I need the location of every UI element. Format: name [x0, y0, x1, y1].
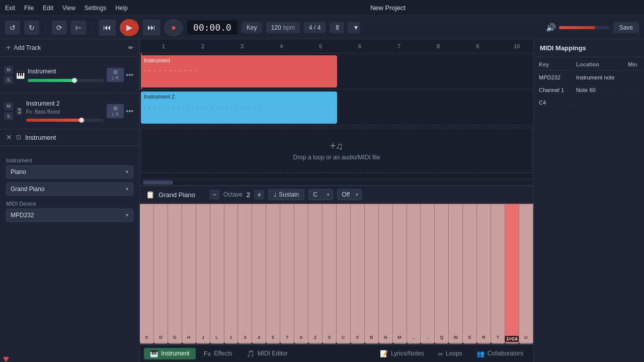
clip-2-content: . . . . . . . . . . . . . . . . . . . . … — [144, 104, 334, 109]
rewind-button[interactable]: ⏮ — [99, 20, 116, 36]
ruler-3: 3 — [222, 43, 262, 49]
white-key-e3[interactable]: G — [168, 204, 182, 344]
octave-plus-btn[interactable]: + — [254, 190, 264, 200]
bottom-tabs: 🎹 Instrument Fx Effects 🎵 MIDI Editor 📝 … — [140, 344, 533, 362]
track2-lr-badge: ⊙ L R — [107, 104, 124, 118]
white-key-f5[interactable]: N — [379, 204, 393, 344]
instrument-preset-wrapper: Grand Piano Upright Piano Electric Piano — [6, 183, 133, 196]
white-key-g4[interactable]: 8 — [294, 204, 308, 344]
white-key-b5[interactable]: . — [421, 204, 435, 344]
instrument-type-select[interactable]: Piano Guitar Bass Strings Synth — [6, 165, 133, 178]
track1-more-btn[interactable]: ••• — [124, 70, 135, 80]
octave-minus-btn[interactable]: − — [209, 190, 219, 200]
white-key-d6[interactable]: W — [449, 204, 463, 344]
piano-header: 📋 Grand Piano − Octave 2 + ♩ Sustain CC#… — [140, 186, 533, 204]
play-button[interactable]: ▶ — [120, 19, 139, 36]
lane-1: Instrument - - - - - - - - - - - — [140, 53, 533, 89]
white-key-f6[interactable]: R — [477, 204, 491, 344]
h-scroll[interactable] — [140, 179, 533, 185]
toolbar-dropdown-btn[interactable]: ▼ — [348, 22, 360, 33]
octave-value: 2 — [247, 191, 250, 199]
right-panel-title: MIDI Mappings — [534, 39, 644, 57]
white-key-c6[interactable]: Q — [435, 204, 449, 344]
wk24-label: E — [468, 335, 471, 340]
center-area: 1 2 3 4 5 6 7 8 9 10 — [140, 39, 533, 362]
tab-midi-editor[interactable]: 🎵 MIDI Editor — [240, 348, 294, 359]
volume-slider[interactable] — [559, 26, 609, 29]
clip-instrument-1[interactable]: Instrument - - - - - - - - - - - — [141, 55, 337, 87]
clip-1-content: - - - - - - - - - - - — [144, 67, 334, 73]
off-select[interactable]: Off On — [337, 189, 362, 200]
sustain-btn[interactable]: ♩ Sustain — [268, 189, 304, 200]
track2-fader[interactable] — [26, 119, 104, 122]
white-key-a5[interactable]: , — [407, 204, 421, 344]
h-scroll-thumb[interactable] — [143, 180, 173, 185]
white-key-d4[interactable]: 4 — [252, 204, 266, 344]
edit-menu[interactable]: Edit — [43, 5, 53, 12]
key-select[interactable]: CC#DD# EFF#G G#AA#B — [308, 189, 333, 200]
white-key-b4[interactable]: X — [323, 204, 337, 344]
file-menu[interactable]: File — [24, 5, 34, 12]
white-key-g5[interactable]: M — [393, 204, 407, 344]
white-key-a6[interactable]: Y 1=C4 — [505, 204, 519, 344]
tab-effects[interactable]: Fx Effects — [198, 348, 238, 359]
toolbar-extra-btn[interactable]: 🎚 — [330, 22, 344, 33]
settings-menu[interactable]: Settings — [85, 5, 106, 12]
white-key-b3[interactable]: 1 — [224, 204, 238, 344]
white-key-e5[interactable]: B — [365, 204, 379, 344]
mapping-r2-min — [624, 84, 643, 96]
tab-instrument-icon: 🎹 — [150, 350, 158, 357]
view-menu[interactable]: View — [62, 5, 75, 12]
white-key-f3[interactable]: H — [182, 204, 196, 344]
mapping-table: Key Location Min MPD232 Instrument note … — [534, 57, 644, 110]
redo-button[interactable]: ↻ — [24, 21, 39, 35]
instrument-panel-title-row: ✕ ⊡ Instrument — [0, 129, 139, 146]
white-key-g6[interactable]: T — [491, 204, 505, 344]
split-button[interactable]: ⊢ — [71, 21, 86, 35]
wk1-label: S — [145, 335, 148, 340]
off-select-wrap: Off On — [337, 189, 362, 200]
white-key-b6[interactable]: U — [519, 204, 533, 344]
tab-loops-icon: ∞ — [438, 350, 443, 357]
tab-instrument[interactable]: 🎹 Instrument — [144, 348, 196, 359]
white-key-e6[interactable]: E — [463, 204, 477, 344]
time-sig-display[interactable]: 4 / 4 — [304, 22, 326, 33]
clip-instrument-2[interactable]: Instrument 2 . . . . . . . . . . . . . .… — [141, 92, 337, 124]
mapping-col-key: Key — [535, 58, 571, 71]
white-key-d5[interactable]: V — [351, 204, 365, 344]
track2-more-btn[interactable]: ••• — [124, 106, 135, 116]
white-key-a3[interactable]: L — [210, 204, 224, 344]
white-key-c5[interactable]: C — [337, 204, 351, 344]
white-key-d3[interactable]: D — [154, 204, 168, 344]
record-button[interactable]: ● — [164, 19, 183, 36]
white-key-c3[interactable]: S — [140, 204, 154, 344]
mapping-r3-key: C4 — [535, 97, 571, 109]
add-track-button[interactable]: + Add Track ✏ — [0, 39, 139, 57]
help-menu[interactable]: Help — [115, 5, 128, 12]
track-item-1: M S 🎹 Instrument ⊙ L R ••• — [0, 57, 139, 93]
track1-fader[interactable] — [28, 79, 104, 82]
tab-loops[interactable]: ∞ Loops — [432, 348, 468, 359]
tab-lyrics[interactable]: 📝 Lyrics/Notes — [374, 348, 430, 359]
pencil-icon: ✏ — [128, 44, 133, 51]
tab-collaborators[interactable]: 👥 Collaborators — [470, 348, 529, 359]
app-title: New Project — [137, 4, 639, 12]
white-key-a4[interactable]: Z — [308, 204, 323, 344]
wk5-label: J — [202, 335, 204, 340]
white-key-e4[interactable]: 5 — [266, 204, 280, 344]
white-key-g3[interactable]: J — [196, 204, 210, 344]
wk7-label: 1 — [229, 335, 232, 340]
instrument-preset-select[interactable]: Grand Piano Upright Piano Electric Piano — [6, 183, 133, 196]
key-display[interactable]: Key — [242, 22, 262, 33]
drop-zone[interactable]: +♫ Drop a loop or an audio/MIDI file — [141, 128, 532, 173]
save-button[interactable]: Save — [613, 22, 639, 33]
wk18-label: N — [384, 335, 387, 340]
bpm-display[interactable]: 120 bpm — [266, 22, 300, 33]
add-track-label: Add Track — [14, 44, 41, 51]
loop-button[interactable]: ⟳ — [52, 21, 67, 35]
white-key-c4[interactable]: 3 — [238, 204, 252, 344]
instrument-panel-expand-btn[interactable]: ⊡ — [16, 134, 21, 141]
forward-button[interactable]: ⏭ — [143, 20, 160, 36]
midi-device-select[interactable]: MPD232 None All Inputs — [6, 209, 133, 222]
white-key-f4[interactable]: 7 — [280, 204, 294, 344]
